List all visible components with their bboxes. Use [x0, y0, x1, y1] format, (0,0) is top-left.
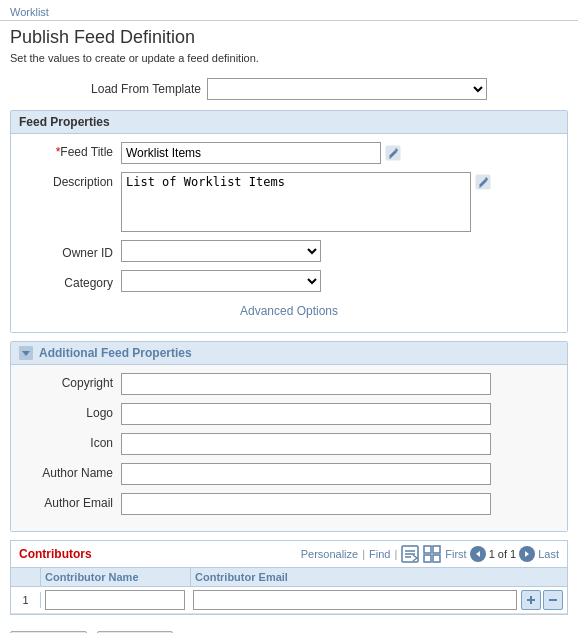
svg-rect-13 [433, 555, 440, 562]
export-icon[interactable] [401, 545, 419, 563]
svg-rect-10 [424, 546, 431, 553]
description-edit-icon[interactable] [475, 174, 491, 190]
grid-icon[interactable] [423, 545, 441, 563]
first-label[interactable]: First [445, 548, 466, 560]
page-title: Publish Feed Definition [0, 21, 578, 50]
logo-label: Logo [21, 403, 121, 420]
feed-title-input[interactable] [121, 142, 381, 164]
description-label: Description [21, 172, 121, 189]
logo-row: Logo [21, 403, 557, 425]
author-name-input[interactable] [121, 463, 491, 485]
collapse-icon[interactable] [19, 346, 33, 360]
additional-properties-section: Additional Feed Properties Copyright Log… [10, 341, 568, 532]
separator-2: | [394, 548, 397, 560]
icon-row: Icon [21, 433, 557, 455]
load-template-select[interactable] [207, 78, 487, 100]
feed-title-label: *Feed Title [21, 142, 121, 159]
col-num-header [11, 568, 41, 586]
contributors-title: Contributors [19, 547, 92, 561]
svg-marker-14 [476, 551, 480, 557]
nav-info: First 1 of 1 Last [445, 546, 559, 562]
last-label[interactable]: Last [538, 548, 559, 560]
page-info: 1 of 1 [489, 548, 517, 560]
contributors-table-header: Contributor Name Contributor Email [11, 568, 567, 587]
description-container: List of Worklist Items [121, 172, 491, 232]
contributors-header: Contributors Personalize | Find | [11, 541, 567, 568]
page-subtitle: Set the values to create or update a fee… [0, 50, 578, 72]
feed-title-edit-icon[interactable] [385, 145, 401, 161]
category-label: Category [21, 273, 121, 290]
copyright-row: Copyright [21, 373, 557, 395]
row-actions [521, 590, 567, 610]
description-row: Description List of Worklist Items [21, 172, 557, 232]
svg-marker-15 [525, 551, 529, 557]
load-template-row: Load From Template [0, 72, 578, 110]
advanced-options-link[interactable]: Advanced Options [21, 300, 557, 324]
owner-id-label: Owner ID [21, 243, 121, 260]
icon-label: Icon [21, 433, 121, 450]
copyright-label: Copyright [21, 373, 121, 390]
owner-id-row: Owner ID [21, 240, 557, 262]
next-btn[interactable] [519, 546, 535, 562]
category-row: Category [21, 270, 557, 292]
description-textarea[interactable]: List of Worklist Items [121, 172, 471, 232]
contributors-actions: Personalize | Find | [301, 545, 559, 563]
feed-properties-section: Feed Properties *Feed Title [10, 110, 568, 333]
required-star: * [56, 145, 61, 159]
owner-id-select[interactable] [121, 240, 321, 262]
icon-input[interactable] [121, 433, 491, 455]
author-email-label: Author Email [21, 493, 121, 510]
svg-rect-11 [433, 546, 440, 553]
additional-properties-content: Copyright Logo Icon Author Name Author E… [11, 365, 567, 531]
additional-properties-title: Additional Feed Properties [39, 346, 192, 360]
svg-rect-12 [424, 555, 431, 562]
feed-title-container [121, 142, 401, 164]
additional-properties-header: Additional Feed Properties [11, 342, 567, 365]
author-email-row: Author Email [21, 493, 557, 515]
breadcrumb[interactable]: Worklist [0, 0, 578, 21]
col-name-header: Contributor Name [41, 568, 191, 586]
col-email-header: Contributor Email [191, 568, 567, 586]
feed-properties-header: Feed Properties [11, 111, 567, 134]
separator-1: | [362, 548, 365, 560]
personalize-link[interactable]: Personalize [301, 548, 358, 560]
add-row-button[interactable] [521, 590, 541, 610]
feed-title-row: *Feed Title [21, 142, 557, 164]
category-select[interactable] [121, 270, 321, 292]
author-name-label: Author Name [21, 463, 121, 480]
contributors-section: Contributors Personalize | Find | [10, 540, 568, 615]
copyright-input[interactable] [121, 373, 491, 395]
prev-btn[interactable] [470, 546, 486, 562]
logo-input[interactable] [121, 403, 491, 425]
row-number: 1 [11, 592, 41, 608]
load-template-label: Load From Template [91, 82, 201, 96]
remove-row-button[interactable] [543, 590, 563, 610]
contributor-name-input[interactable] [45, 590, 185, 610]
author-name-row: Author Name [21, 463, 557, 485]
footer-buttons: Publish Cancel [0, 623, 578, 633]
feed-properties-content: *Feed Title Description List of Worklist [11, 134, 567, 332]
find-link[interactable]: Find [369, 548, 390, 560]
contributor-email-input[interactable] [193, 590, 517, 610]
author-email-input[interactable] [121, 493, 491, 515]
table-row: 1 [11, 587, 567, 614]
